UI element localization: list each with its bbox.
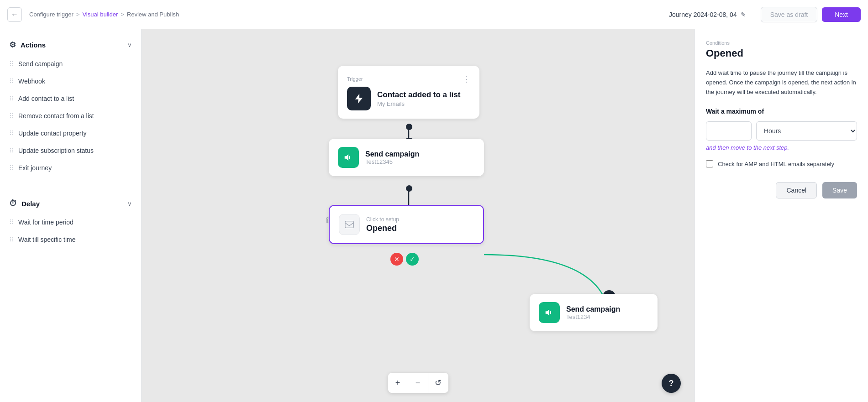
drag-handle-icon: ⠿ xyxy=(9,219,13,226)
zoom-in-button[interactable]: + xyxy=(388,373,408,393)
journey-title: Journey 2024-02-08, 04 ✎ xyxy=(669,11,746,18)
sidebar-item-webhook[interactable]: ⠿ Webhook xyxy=(0,73,141,90)
amp-checkbox-label[interactable]: Check for AMP and HTML emails separately xyxy=(718,161,834,167)
trigger-title: Contact added to a list xyxy=(377,90,460,99)
sidebar-item-add-contact[interactable]: ⠿ Add contact to a list xyxy=(0,90,141,107)
more-menu-icon[interactable]: ⋮ xyxy=(462,74,470,84)
condition-icon xyxy=(339,214,360,235)
wait-input-row: Hours Days Minutes xyxy=(706,121,857,141)
breadcrumb-configure[interactable]: Configure trigger xyxy=(29,11,74,18)
next-button[interactable]: Next xyxy=(822,7,861,22)
drag-handle-icon: ⠿ xyxy=(9,147,13,154)
envelope-icon xyxy=(344,219,354,230)
condition-setup-label: Click to setup xyxy=(366,216,399,223)
drag-handle-icon: ⠿ xyxy=(9,78,13,85)
delay-clock-icon: ⏱ xyxy=(9,199,17,208)
header: ← Configure trigger > Visual builder > R… xyxy=(0,0,868,29)
campaign-subtitle-1: Test12345 xyxy=(365,158,419,165)
trigger-subtitle: My Emails xyxy=(377,100,460,107)
wait-input[interactable] xyxy=(706,121,752,141)
header-actions: Save as draft Next xyxy=(761,7,861,22)
sidebar-item-exit-journey[interactable]: ⠿ Exit journey xyxy=(0,159,141,177)
condition-node[interactable]: Click to setup Opened xyxy=(329,205,484,244)
drag-handle-icon: ⠿ xyxy=(9,164,13,172)
amp-checkbox[interactable] xyxy=(706,160,713,167)
breadcrumb-review[interactable]: Review and Publish xyxy=(127,11,179,18)
actions-section-title: Actions xyxy=(21,41,46,49)
trigger-text: Contact added to a list My Emails xyxy=(377,90,460,107)
sidebar-item-remove-contact[interactable]: ⠿ Remove contact from a list xyxy=(0,107,141,125)
actions-chevron-icon: ∨ xyxy=(127,42,132,48)
back-button[interactable]: ← xyxy=(7,7,22,22)
delay-section-title: Delay xyxy=(21,200,40,208)
sidebar-item-wait-specific-time[interactable]: ⠿ Wait till specific time xyxy=(0,231,141,248)
delay-chevron-icon: ∨ xyxy=(127,200,132,207)
megaphone-icon-2 xyxy=(544,308,554,318)
actions-section: ⚙ Actions ∨ ⠿ Send campaign ⠿ Webhook ⠿ … xyxy=(0,29,141,184)
right-panel: Conditions Opened Add wait time to pause… xyxy=(694,29,868,402)
drag-handle-icon: ⠿ xyxy=(9,60,13,68)
campaign-subtitle-2: Test1234 xyxy=(566,313,620,320)
megaphone-icon xyxy=(343,152,353,162)
sidebar-item-update-property[interactable]: ⠿ Update contact property xyxy=(0,125,141,142)
delay-section-header[interactable]: ⏱ Delay ∨ xyxy=(0,195,141,214)
campaign-title-2: Send campaign xyxy=(566,305,620,313)
condition-actions: ✕ ✓ xyxy=(390,253,419,266)
campaign-icon-1 xyxy=(338,147,359,168)
canvas[interactable]: Trigger ⋮ Contact added to a list My Ema… xyxy=(142,29,694,402)
edit-journey-icon[interactable]: ✎ xyxy=(741,11,746,18)
drag-handle-icon: ⠿ xyxy=(9,112,13,120)
panel-conditions-label: Conditions xyxy=(706,40,857,46)
main-layout: ⚙ Actions ∨ ⠿ Send campaign ⠿ Webhook ⠿ … xyxy=(0,29,868,402)
sidebar-item-update-subscription[interactable]: ⠿ Update subscription status xyxy=(0,142,141,159)
campaign-text-2: Send campaign Test1234 xyxy=(566,305,620,320)
svg-rect-2 xyxy=(345,221,353,228)
cancel-button[interactable]: Cancel xyxy=(776,182,817,198)
drag-handle-icon: ⠿ xyxy=(9,130,13,137)
actions-gear-icon: ⚙ xyxy=(9,40,16,50)
campaign-icon-2 xyxy=(539,302,560,323)
condition-reject-button[interactable]: ✕ xyxy=(390,253,403,266)
sidebar: ⚙ Actions ∨ ⠿ Send campaign ⠿ Webhook ⠿ … xyxy=(0,29,142,402)
save-button[interactable]: Save xyxy=(822,182,857,198)
wait-select[interactable]: Hours Days Minutes xyxy=(756,121,857,141)
panel-actions: Cancel Save xyxy=(706,182,857,198)
campaign-node-2[interactable]: Send campaign Test1234 xyxy=(530,294,658,331)
breadcrumb: Configure trigger > Visual builder > Rev… xyxy=(29,11,179,18)
campaign-text-1: Send campaign Test12345 xyxy=(365,150,419,165)
panel-title: Opened xyxy=(706,47,857,59)
trigger-label: Trigger xyxy=(347,76,363,82)
sidebar-item-send-campaign[interactable]: ⠿ Send campaign xyxy=(0,55,141,73)
save-draft-button[interactable]: Save as draft xyxy=(761,7,818,22)
connector-dot-2 xyxy=(406,185,412,192)
campaign-node-1[interactable]: Send campaign Test12345 xyxy=(329,139,484,176)
next-step-text: and then move to the next step. xyxy=(706,144,857,151)
panel-description: Add wait time to pause the journey till … xyxy=(706,68,857,97)
connector-dot-1 xyxy=(406,124,412,130)
breadcrumb-visual-builder[interactable]: Visual builder xyxy=(82,11,118,18)
condition-accept-button[interactable]: ✓ xyxy=(406,253,419,266)
lightning-icon xyxy=(353,93,365,104)
campaign-title-1: Send campaign xyxy=(365,150,419,158)
actions-section-header[interactable]: ⚙ Actions ∨ xyxy=(0,37,141,55)
canvas-toolbar: + − ↺ xyxy=(388,373,448,393)
drag-handle-icon: ⠿ xyxy=(9,236,13,243)
help-button[interactable]: ? xyxy=(662,374,681,393)
reset-view-button[interactable]: ↺ xyxy=(428,373,448,393)
wait-section-label: Wait a maximum of xyxy=(706,108,857,115)
drag-handle-icon: ⠿ xyxy=(9,95,13,102)
trigger-node[interactable]: Trigger ⋮ Contact added to a list My Ema… xyxy=(338,66,479,119)
trigger-icon xyxy=(347,87,371,110)
delay-section: ⏱ Delay ∨ ⠿ Wait for time period ⠿ Wait … xyxy=(0,188,141,256)
sidebar-item-wait-time-period[interactable]: ⠿ Wait for time period xyxy=(0,214,141,231)
condition-text: Click to setup Opened xyxy=(366,216,399,233)
condition-title: Opened xyxy=(366,224,399,233)
zoom-out-button[interactable]: − xyxy=(408,373,428,393)
amp-checkbox-row: Check for AMP and HTML emails separately xyxy=(706,160,857,167)
